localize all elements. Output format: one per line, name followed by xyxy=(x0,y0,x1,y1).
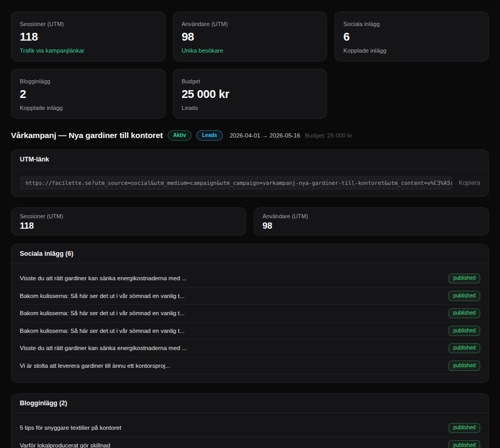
date-range: 2026-04-01 → 2026-05-16 xyxy=(230,132,301,139)
list-item: Bakom kulisserna: Så här ser det ut i vå… xyxy=(20,305,480,322)
post-title: Vi är stolta att leverera gardiner till … xyxy=(20,363,170,369)
stat-card-users: Användare (UTM) 98 Unika besökare xyxy=(173,11,328,61)
stat-label: Sessioner (UTM) xyxy=(20,213,238,219)
list-item: Bakom kulisserna: Så här ser det ut i vå… xyxy=(20,288,480,305)
utm-link-input[interactable]: https://facilette.se?utm_source=social&u… xyxy=(20,176,453,190)
copy-button[interactable]: Kopiera xyxy=(459,179,480,186)
list-item: Bakom kulisserna: Så här ser det ut i vå… xyxy=(20,322,480,340)
status-badge: published xyxy=(448,273,480,284)
utm-link-panel: UTM-länk https://facilette.se?utm_source… xyxy=(11,150,489,197)
stat-card-blog-posts: Blogginlägg 2 Kopplade inlägg xyxy=(11,69,166,119)
status-badge: published xyxy=(448,326,480,336)
post-title: Varför lokalproducerat gör skillnad xyxy=(20,442,110,448)
social-posts-list: Visste du att rätt gardiner kan sänka en… xyxy=(11,264,489,382)
stat-subtitle: Leads xyxy=(182,105,319,111)
social-posts-title: Sociala inlägg (6) xyxy=(11,244,489,264)
blog-posts-panel: Blogginlägg (2) 5 tips för snyggare text… xyxy=(11,393,489,448)
stat-card-sessions-detail: Sessioner (UTM) 118 xyxy=(11,207,246,235)
list-item: Varför lokalproducerat gör skillnad publ… xyxy=(20,437,480,448)
status-badge: published xyxy=(448,343,480,354)
stat-label: Budget xyxy=(182,78,319,84)
stat-card-users-detail: Användare (UTM) 98 xyxy=(254,207,489,235)
blog-posts-list: 5 tips för snyggare textilier på kontore… xyxy=(11,413,489,448)
stat-subtitle: Trafik via kampanjlänkar xyxy=(20,47,157,54)
stat-value: 118 xyxy=(20,221,238,231)
stat-subtitle: Kopplade inlägg xyxy=(343,47,480,54)
stat-label: Användare (UTM) xyxy=(182,21,319,27)
post-title: Bakom kulisserna: Så här ser det ut i vå… xyxy=(20,310,184,316)
stat-label: Användare (UTM) xyxy=(262,213,480,219)
stat-value: 6 xyxy=(343,30,480,44)
stat-value: 98 xyxy=(182,30,319,44)
stat-label: Sociala inlägg xyxy=(343,21,480,27)
list-item: Visste du att rätt gardiner kan sänka en… xyxy=(20,340,480,357)
stat-subtitle: Unika besökare xyxy=(182,47,319,54)
post-title: Bakom kulisserna: Så här ser det ut i vå… xyxy=(20,293,184,299)
blog-posts-title: Blogginlägg (2) xyxy=(11,394,489,413)
post-title: Visste du att rätt gardiner kan sänka en… xyxy=(20,275,187,281)
status-badge: published xyxy=(448,440,480,448)
utm-panel-title: UTM-länk xyxy=(11,150,489,169)
page-title: Vårkampanj — Nya gardiner till kontoret xyxy=(11,131,163,140)
goal-badge-leads: Leads xyxy=(196,130,223,141)
stat-value: 118 xyxy=(20,30,157,44)
status-badge: published xyxy=(448,308,480,319)
status-badge: published xyxy=(448,360,480,371)
stat-label: Sessioner (UTM) xyxy=(20,21,157,27)
campaign-header: Vårkampanj — Nya gardiner till kontoret … xyxy=(11,130,489,141)
post-title: 5 tips för snyggare textilier på kontore… xyxy=(20,425,121,431)
campaign-dashboard: Sessioner (UTM) 118 Trafik via kampanjlä… xyxy=(0,0,500,448)
stat-value: 25 000 kr xyxy=(182,88,319,101)
post-title: Bakom kulisserna: Så här ser det ut i vå… xyxy=(20,328,184,334)
stat-card-social-posts: Sociala inlägg 6 Kopplade inlägg xyxy=(334,11,489,61)
list-item: Vi är stolta att leverera gardiner till … xyxy=(20,357,480,375)
social-posts-panel: Sociala inlägg (6) Visste du att rätt ga… xyxy=(11,244,489,383)
list-item: Visste du att rätt gardiner kan sänka en… xyxy=(20,270,480,288)
status-badge: published xyxy=(448,291,480,301)
stat-value: 98 xyxy=(262,221,480,231)
stat-card-sessions: Sessioner (UTM) 118 Trafik via kampanjlä… xyxy=(11,11,166,61)
budget-note: Budget: 25 000 kr xyxy=(305,132,352,139)
stat-label: Blogginlägg xyxy=(20,78,157,84)
mid-stats-grid: Sessioner (UTM) 118 Användare (UTM) 98 xyxy=(11,207,489,235)
stat-value: 2 xyxy=(20,88,157,101)
post-title: Visste du att rätt gardiner kan sänka en… xyxy=(20,345,187,351)
stat-card-budget: Budget 25 000 kr Leads xyxy=(173,69,328,119)
status-badge-active: Aktiv xyxy=(168,130,192,141)
top-stats-grid: Sessioner (UTM) 118 Trafik via kampanjlä… xyxy=(11,11,489,119)
utm-panel-body: https://facilette.se?utm_source=social&u… xyxy=(11,169,489,196)
status-badge: published xyxy=(448,423,480,433)
stat-subtitle: Kopplade inlägg xyxy=(20,105,157,111)
list-item: 5 tips för snyggare textilier på kontore… xyxy=(20,419,480,437)
